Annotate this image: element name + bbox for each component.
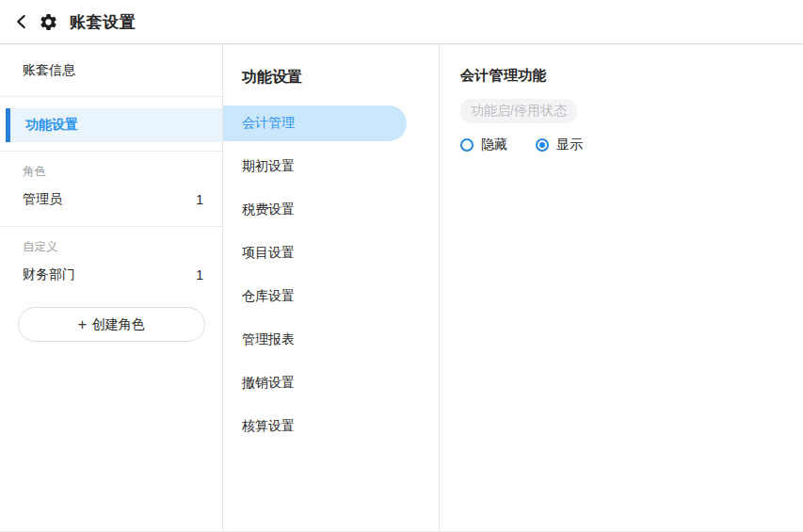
function-item-label: 管理报表: [242, 331, 295, 348]
detail-panel: 会计管理功能 功能启/停用状态 隐藏 显示: [440, 44, 803, 531]
function-item-label: 撤销设置: [242, 375, 295, 392]
main-area: 账套信息 功能设置 角色 管理员 1 自定义 财务部门 1: [0, 44, 803, 531]
page-title: 账套设置: [70, 11, 136, 33]
visibility-radio-group: 隐藏 显示: [460, 137, 782, 153]
function-item-label: 税费设置: [242, 202, 295, 218]
sidebar-item-account-info[interactable]: 账套信息: [0, 44, 222, 97]
radio-checked-icon[interactable]: [536, 138, 549, 152]
function-item-label: 仓库设置: [242, 288, 295, 305]
function-item-label: 项目设置: [242, 245, 295, 262]
header-bar: 账套设置: [0, 0, 803, 44]
create-role-label: 创建角色: [91, 316, 144, 333]
sidebar-section-roles: 角色 管理员 1: [0, 152, 222, 227]
function-item-revoke[interactable]: 撤销设置: [223, 362, 439, 405]
radio-option-hide[interactable]: 隐藏: [460, 137, 507, 153]
status-badge: 功能启/停用状态: [460, 99, 577, 123]
role-name: 管理员: [23, 191, 62, 208]
radio-label: 隐藏: [481, 137, 507, 153]
role-count: 1: [196, 267, 203, 282]
radio-unchecked-icon[interactable]: [460, 138, 474, 152]
create-role-button[interactable]: + 创建角色: [18, 307, 205, 342]
sidebar-item-label: 功能设置: [25, 117, 78, 134]
function-item-label: 会计管理: [242, 115, 295, 132]
function-list: 会计管理 期初设置 税费设置 项目设置 仓库设置 管理报表 撤销: [223, 105, 439, 448]
sidebar-item-label: 账套信息: [23, 62, 75, 79]
function-item-label: 核算设置: [242, 418, 295, 435]
function-settings-panel: 功能设置 会计管理 期初设置 税费设置 项目设置 仓库设置 管理报表: [223, 44, 440, 531]
function-item-label: 期初设置: [242, 158, 295, 175]
section-label-roles: 角色: [0, 165, 222, 179]
sidebar-selected-wrap: 功能设置: [0, 97, 222, 152]
role-row-admin[interactable]: 管理员 1: [0, 179, 222, 220]
sidebar-item-function-settings[interactable]: 功能设置: [6, 108, 222, 142]
gear-icon[interactable]: [39, 12, 58, 32]
sidebar: 账套信息 功能设置 角色 管理员 1 自定义 财务部门 1: [0, 44, 223, 531]
function-item-calculation[interactable]: 核算设置: [223, 405, 439, 448]
sidebar-section-custom: 自定义 财务部门 1: [0, 227, 222, 301]
radio-option-show[interactable]: 显示: [536, 137, 583, 153]
function-item-accounting[interactable]: 会计管理: [223, 105, 407, 141]
role-row-finance-dept[interactable]: 财务部门 1: [0, 254, 222, 296]
function-item-project[interactable]: 项目设置: [223, 232, 439, 275]
role-name: 财务部门: [23, 266, 75, 283]
function-item-opening-balance[interactable]: 期初设置: [223, 145, 439, 188]
radio-label: 显示: [556, 137, 583, 153]
section-label-custom: 自定义: [0, 240, 222, 254]
plus-icon: +: [78, 316, 88, 332]
app-window: 账套设置 账套信息 功能设置 角色 管理员 1 自定义: [0, 0, 803, 532]
role-count: 1: [196, 192, 203, 207]
back-icon[interactable]: [13, 13, 30, 30]
detail-panel-title: 会计管理功能: [460, 64, 782, 87]
function-panel-title: 功能设置: [223, 44, 439, 89]
function-item-warehouse[interactable]: 仓库设置: [223, 275, 439, 318]
function-item-tax[interactable]: 税费设置: [223, 188, 439, 232]
function-item-management-report[interactable]: 管理报表: [223, 318, 439, 362]
